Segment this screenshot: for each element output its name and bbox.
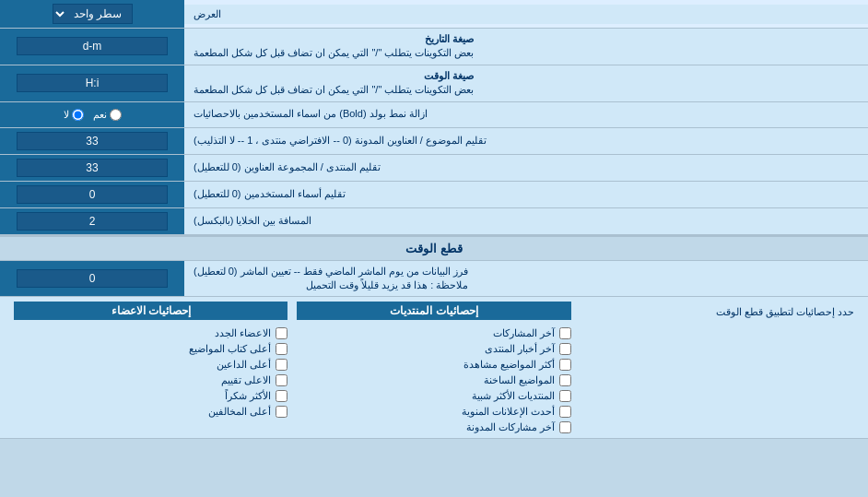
cutoff-desc-line1: فرز البيانات من يوم الماشر الماضي فقط --… xyxy=(194,265,468,278)
time-format-desc: صيغة الوقت بعض التكوينات يتطلب "/" التي … xyxy=(184,65,868,101)
checkbox-item: أعلى الداعين xyxy=(14,359,287,371)
checkbox-last-posts[interactable] xyxy=(559,327,571,339)
usernames-row: تقليم أسماء المستخدمين (0 للتعطيل) xyxy=(0,182,868,208)
checkbox-item: آخر أخبار المنتدى xyxy=(297,343,570,355)
checkbox-item: أحدث الإعلانات المنوية xyxy=(297,406,570,418)
top-row-left: سطر واحد سطرين ثلاثة أسطر xyxy=(0,0,184,28)
date-format-input-container xyxy=(0,29,184,65)
cutoff-section-header: قطع الوقت xyxy=(0,235,868,261)
forum-titles-input[interactable] xyxy=(17,159,168,177)
checkbox-label: آخر أخبار المنتدى xyxy=(485,343,555,355)
col1-header: إحصائيات المنتديات xyxy=(297,302,570,320)
titles-label: تقليم الموضوع / العناوين المدونة (0 -- ا… xyxy=(194,134,487,148)
stats-limit-label: حدد إحصائيات لتطبيق قطع الوقت xyxy=(581,306,854,318)
cutoff-desc-line2: ملاحظة : هذا قد يزيد قليلاً وقت التحميل xyxy=(194,278,468,292)
bold-radio-row: ازالة نمط بولد (Bold) من اسماء المستخدمي… xyxy=(0,102,868,128)
checkbox-item: الأكثر شكراً xyxy=(14,390,287,402)
cutoff-input-container xyxy=(0,261,184,297)
display-dropdown[interactable]: سطر واحد سطرين ثلاثة أسطر xyxy=(53,4,133,24)
radio-yes[interactable] xyxy=(110,109,122,121)
checkbox-item: آخر المشاركات xyxy=(297,327,570,339)
forum-titles-label: تقليم المنتدى / المجموعة العناوين (0 للت… xyxy=(194,160,381,174)
checkbox-label: أكثر المواضيع مشاهدة xyxy=(463,359,555,371)
radio-no[interactable] xyxy=(72,109,84,121)
spacing-input-container xyxy=(0,208,184,234)
col2-header: إحصائيات الاعضاء xyxy=(14,302,287,320)
checkbox-top-violators[interactable] xyxy=(276,406,287,418)
checkboxes-col1: إحصائيات المنتديات آخر المشاركات آخر أخب… xyxy=(292,302,575,433)
checkbox-label: آخر مشاركات المدونة xyxy=(466,421,555,433)
checkbox-label: المواضيع الساخنة xyxy=(484,374,555,386)
time-format-input[interactable] xyxy=(17,74,168,92)
checkbox-top-rated[interactable] xyxy=(276,374,287,386)
checkbox-latest-announcements[interactable] xyxy=(559,406,571,418)
checkbox-item: الاعلى تقييم xyxy=(14,374,287,386)
checkbox-item: الاعضاء الجدد xyxy=(14,327,287,339)
radio-no-label[interactable]: لا xyxy=(64,109,84,121)
checkbox-label: أحدث الإعلانات المنوية xyxy=(462,406,555,418)
forum-titles-row: تقليم المنتدى / المجموعة العناوين (0 للت… xyxy=(0,155,868,182)
date-format-row: صيغة التاريخ بعض التكوينات يتطلب "/" الت… xyxy=(0,29,868,65)
top-row: العرض سطر واحد سطرين ثلاثة أسطر xyxy=(0,0,868,29)
bold-label: ازالة نمط بولد (Bold) من اسماء المستخدمي… xyxy=(194,107,428,121)
main-container: العرض سطر واحد سطرين ثلاثة أسطر صيغة الت… xyxy=(0,0,868,439)
checkbox-new-members[interactable] xyxy=(276,327,287,339)
checkboxes-section: حدد إحصائيات لتطبيق قطع الوقت إحصائيات ا… xyxy=(0,297,868,439)
forum-titles-input-container xyxy=(0,155,184,181)
label-ard: العرض xyxy=(194,8,221,20)
titles-input[interactable] xyxy=(17,132,168,150)
checkbox-label: الأكثر شكراً xyxy=(225,390,271,402)
checkbox-top-inviters[interactable] xyxy=(276,359,287,371)
radio-yes-label[interactable]: نعم xyxy=(93,109,122,121)
checkbox-item: المنتديات الأكثر شبية xyxy=(297,390,570,402)
time-format-hint: بعض التكوينات يتطلب "/" التي يمكن ان تضا… xyxy=(194,83,474,97)
radio-yes-text: نعم xyxy=(93,109,107,121)
usernames-input-container xyxy=(0,182,184,207)
checkbox-top-writers[interactable] xyxy=(276,343,287,355)
cutoff-desc: فرز البيانات من يوم الماشر الماضي فقط --… xyxy=(184,261,868,297)
stats-limit-label-area: حدد إحصائيات لتطبيق قطع الوقت xyxy=(576,302,859,318)
checkbox-item: أعلى كتاب المواضيع xyxy=(14,343,287,355)
time-format-row: صيغة الوقت بعض التكوينات يتطلب "/" التي … xyxy=(0,65,868,102)
cutoff-row: فرز البيانات من يوم الماشر الماضي فقط --… xyxy=(0,261,868,298)
spacing-label: المسافة بين الخلايا (بالبكسل) xyxy=(194,214,312,228)
date-format-hint: بعض التكوينات يتطلب "/" التي يمكن ان تضا… xyxy=(194,46,474,60)
titles-row: تقليم الموضوع / العناوين المدونة (0 -- ا… xyxy=(0,128,868,155)
spacing-input[interactable] xyxy=(17,212,168,231)
checkbox-most-thanked[interactable] xyxy=(276,390,287,402)
checkbox-blog-posts[interactable] xyxy=(559,421,571,433)
date-format-title: صيغة التاريخ xyxy=(194,32,474,46)
date-format-input[interactable] xyxy=(17,37,168,55)
checkbox-most-similar[interactable] xyxy=(559,390,571,402)
usernames-desc: تقليم أسماء المستخدمين (0 للتعطيل) xyxy=(184,182,868,207)
titles-desc: تقليم الموضوع / العناوين المدونة (0 -- ا… xyxy=(184,128,868,154)
checkbox-item: المواضيع الساخنة xyxy=(297,374,570,386)
date-format-desc: صيغة التاريخ بعض التكوينات يتطلب "/" الت… xyxy=(184,29,868,65)
checkbox-label: أعلى المخالفين xyxy=(208,406,271,418)
checkbox-label: المنتديات الأكثر شبية xyxy=(472,390,555,402)
usernames-input[interactable] xyxy=(17,185,168,204)
checkbox-item: آخر مشاركات المدونة xyxy=(297,421,570,433)
time-format-input-container xyxy=(0,65,184,101)
checkbox-forum-news[interactable] xyxy=(559,343,571,355)
radio-no-text: لا xyxy=(64,109,69,121)
checkbox-label: أعلى الداعين xyxy=(217,359,271,371)
checkbox-hot-topics[interactable] xyxy=(559,374,571,386)
checkbox-label: الاعلى تقييم xyxy=(221,374,271,386)
bold-radio-options: نعم لا xyxy=(0,102,184,127)
cutoff-section-label: قطع الوقت xyxy=(405,242,463,255)
time-format-title: صيغة الوقت xyxy=(194,69,474,83)
spacing-desc: المسافة بين الخلايا (بالبكسل) xyxy=(184,208,868,234)
cutoff-input[interactable] xyxy=(17,269,168,288)
spacing-row: المسافة بين الخلايا (بالبكسل) xyxy=(0,208,868,235)
checkbox-item: أكثر المواضيع مشاهدة xyxy=(297,359,570,371)
forum-titles-desc: تقليم المنتدى / المجموعة العناوين (0 للت… xyxy=(184,155,868,181)
bold-desc: ازالة نمط بولد (Bold) من اسماء المستخدمي… xyxy=(184,102,868,127)
checkbox-label: الاعضاء الجدد xyxy=(215,327,271,339)
titles-input-container xyxy=(0,128,184,154)
top-row-right: العرض xyxy=(184,5,868,24)
checkbox-label: أعلى كتاب المواضيع xyxy=(189,343,271,355)
checkbox-item: أعلى المخالفين xyxy=(14,406,287,418)
checkbox-label: آخر المشاركات xyxy=(493,327,555,339)
checkbox-most-viewed[interactable] xyxy=(559,359,571,371)
